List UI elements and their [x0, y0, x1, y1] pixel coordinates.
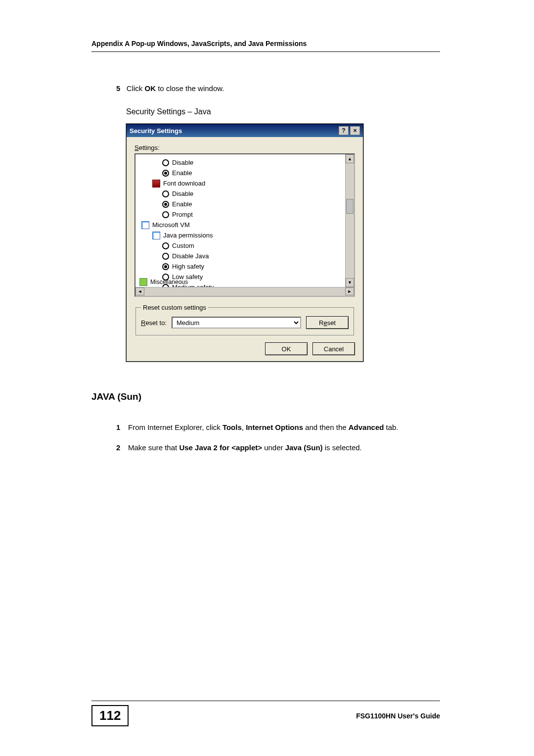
radio-icon[interactable] — [162, 263, 169, 270]
footer-guide-name: FSG1100HN User's Guide — [356, 712, 440, 720]
tree-row[interactable]: Font download — [139, 178, 352, 189]
radio-icon[interactable] — [162, 190, 169, 197]
list-number: 2 — [116, 442, 128, 454]
scroll-up-icon[interactable]: ▲ — [346, 154, 354, 163]
tree-row[interactable]: Java permissions — [139, 230, 352, 240]
scroll-thumb[interactable] — [346, 199, 354, 214]
page-header: Appendix A Pop-up Windows, JavaScripts, … — [91, 40, 440, 52]
horizontal-scrollbar[interactable]: ◄ ► — [135, 287, 354, 296]
misc-icon — [139, 278, 147, 286]
close-button[interactable]: × — [350, 126, 360, 135]
tree-row[interactable]: Prompt — [139, 209, 352, 220]
radio-icon[interactable] — [162, 242, 169, 249]
list-item: 2 Make sure that Use Java 2 for <applet>… — [116, 442, 440, 454]
ok-button[interactable]: OK — [265, 342, 308, 355]
tree-row[interactable]: High safety — [139, 261, 352, 272]
tree-cut-label: Miscellaneous — [150, 279, 188, 285]
font-icon — [152, 180, 160, 188]
tree-row[interactable]: Disable — [139, 157, 352, 168]
reset-legend: Reset custom settings — [141, 304, 208, 311]
step-text-suffix: to close the window. — [156, 84, 224, 93]
tree-row-label: Prompt — [172, 211, 193, 218]
radio-icon[interactable] — [162, 159, 169, 166]
security-settings-dialog: Security Settings ? × Settings: DisableE… — [126, 124, 363, 362]
tree-row-label: Disable Java — [172, 252, 209, 260]
step-text-prefix: Click — [127, 84, 145, 93]
radio-icon[interactable] — [162, 253, 169, 260]
tree-row-label: Custom — [172, 242, 194, 249]
help-button[interactable]: ? — [339, 126, 349, 135]
step-number: 5 — [116, 84, 120, 93]
tree-row[interactable]: Microsoft VM — [139, 220, 352, 230]
tree-row[interactable]: Disable Java — [139, 251, 352, 261]
scroll-right-icon[interactable]: ► — [345, 287, 354, 295]
reset-to-label: Reset to: — [141, 319, 167, 327]
settings-tree[interactable]: DisableEnableFont downloadDisableEnableP… — [134, 153, 355, 297]
dialog-titlebar: Security Settings ? × — [127, 124, 363, 137]
cancel-button[interactable]: Cancel — [312, 342, 355, 355]
tree-row[interactable]: Custom — [139, 240, 352, 251]
tree-row[interactable]: Disable — [139, 189, 352, 199]
step-5: 5 Click OK to close the window. — [116, 84, 440, 93]
doc-icon — [152, 232, 160, 239]
tree-row-label: Enable — [172, 169, 192, 177]
doc-icon — [141, 221, 149, 229]
radio-icon[interactable] — [162, 201, 169, 208]
tree-row-label: High safety — [172, 263, 204, 270]
step-text-bold: OK — [145, 84, 156, 93]
radio-icon[interactable] — [162, 170, 169, 177]
tree-row-label: Microsoft VM — [152, 221, 190, 229]
tree-cut-row: Miscellaneous — [139, 278, 188, 286]
reset-to-select[interactable]: Medium — [172, 317, 301, 329]
tree-row-label: Java permissions — [163, 232, 213, 239]
tree-row[interactable]: Enable — [139, 168, 352, 178]
list-number: 1 — [116, 422, 128, 433]
scroll-down-icon[interactable]: ▼ — [346, 278, 354, 287]
settings-label: Settings: — [134, 144, 355, 151]
reset-custom-settings-group: Reset custom settings Reset to: Medium R… — [135, 304, 354, 335]
tree-row-label: Font download — [163, 180, 205, 187]
tree-row-label: Disable — [172, 159, 193, 166]
list-item: 1 From Internet Explorer, click Tools, I… — [116, 422, 440, 433]
tree-row-label: Enable — [172, 200, 192, 208]
page-number: 112 — [91, 705, 129, 726]
scroll-left-icon[interactable]: ◄ — [135, 287, 144, 295]
reset-button[interactable]: Reset — [306, 316, 349, 329]
tree-row-label: Disable — [172, 190, 193, 197]
radio-icon[interactable] — [162, 211, 169, 218]
figure-caption: Security Settings – Java — [126, 107, 440, 116]
dialog-title: Security Settings — [130, 127, 337, 135]
tree-row[interactable]: Enable — [139, 199, 352, 209]
section-title-java-sun: JAVA (Sun) — [91, 391, 440, 402]
vertical-scrollbar[interactable]: ▲ ▼ — [345, 154, 354, 287]
